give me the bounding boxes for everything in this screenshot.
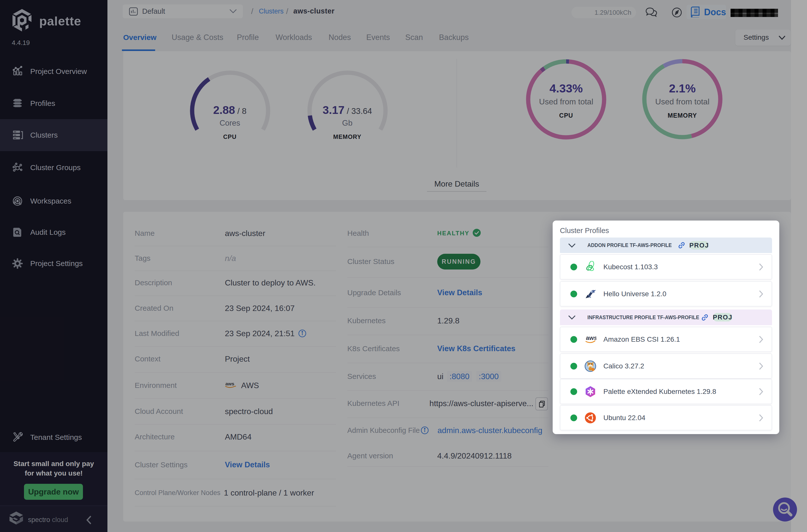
svg-text:aws: aws xyxy=(586,335,596,341)
